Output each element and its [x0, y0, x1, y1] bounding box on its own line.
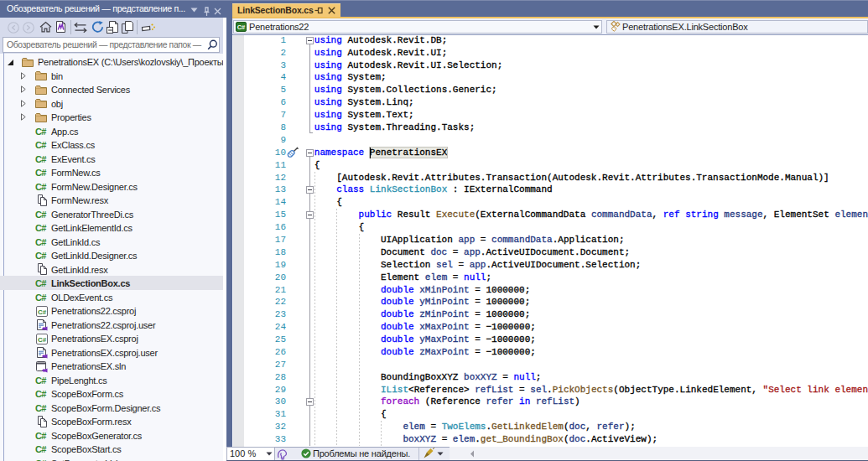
svg-text:C#: C# — [38, 335, 47, 343]
svg-text:C#: C# — [237, 23, 246, 31]
svg-text:C#: C# — [38, 308, 47, 315]
